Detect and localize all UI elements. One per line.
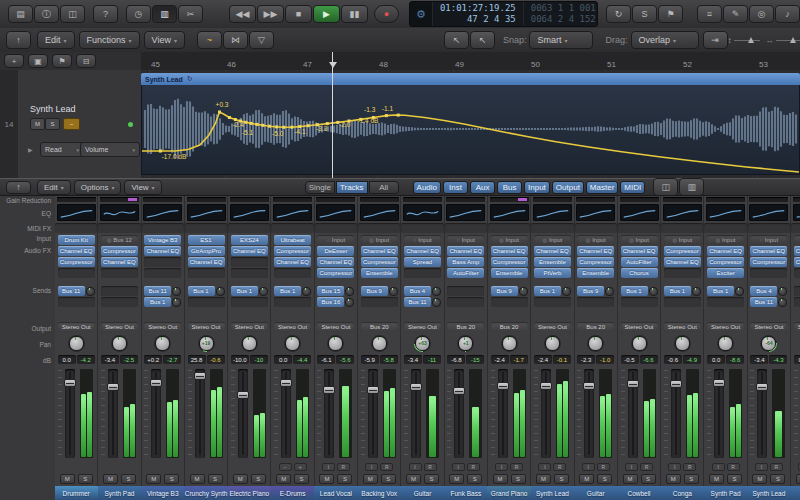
peak-value[interactable]: -1.0 (596, 355, 614, 364)
send-level-knob[interactable] (432, 298, 441, 307)
channel-name[interactable]: Synth Pad (98, 486, 141, 500)
audio-fx-slot[interactable]: Channel EQ (231, 246, 268, 256)
peak-value[interactable]: -0.6 (207, 355, 225, 364)
channel-name[interactable]: Synth Lead (531, 486, 574, 500)
region-body[interactable]: -17.0 dB+0.3-2.4-5.1-5.0-4.1-3.3-2.0-1.4… (141, 85, 800, 175)
input-slot[interactable]: ES1 (188, 235, 225, 245)
automation-node[interactable] (397, 114, 400, 117)
peak-value[interactable]: -6.6 (640, 355, 658, 364)
volume-value[interactable]: 25.8 (188, 355, 206, 364)
channel-solo-button[interactable]: S (424, 474, 439, 484)
midi-fx-slot[interactable] (704, 223, 746, 233)
track-header[interactable]: Synth Lead M S ~ ▶ Read▾ Volume▾ (18, 70, 142, 179)
input-slot[interactable]: ◎Bus 12 (101, 235, 138, 245)
channel-solo-button[interactable]: S (641, 474, 656, 484)
functions-menu[interactable]: Functions▾ (79, 31, 140, 49)
automation-node[interactable] (307, 124, 310, 127)
channel-mute-button[interactable]: M (406, 474, 421, 484)
eq-thumbnail[interactable] (403, 204, 442, 221)
audio-fx-slot[interactable]: Channel EQ (58, 246, 95, 256)
input-slot[interactable]: ◎Input (534, 235, 571, 245)
peak-value[interactable]: -8.6 (726, 355, 744, 364)
mixer-options-menu[interactable]: Options▾ (74, 180, 122, 195)
pan-knob[interactable] (111, 335, 128, 352)
send-slot[interactable]: Bus 1 (274, 286, 301, 296)
channel-name[interactable]: Funk Bass (444, 486, 487, 500)
media-browser-button[interactable]: ♪ (775, 5, 800, 23)
input-monitor-button[interactable]: I (322, 463, 335, 471)
output-slot[interactable]: Stereo Out (188, 322, 225, 332)
audio-fx-slot[interactable]: AutoFilter (447, 268, 484, 278)
audio-fx-slot[interactable]: Channel EQ (794, 246, 800, 256)
filter-midi[interactable]: MIDI (620, 181, 645, 194)
volume-fader[interactable] (628, 369, 638, 458)
channel-name[interactable]: Guitar (401, 486, 444, 500)
audio-fx-slot[interactable] (188, 268, 225, 278)
eq-thumbnail[interactable] (749, 204, 788, 221)
audio-fx-slot[interactable]: Compressor (361, 257, 398, 267)
channel-mute-button[interactable]: M (60, 474, 75, 484)
stop-button[interactable]: ■ (285, 5, 312, 23)
audio-fx-slot[interactable]: Channel EQ (664, 257, 701, 267)
cycle-button[interactable]: ↻ (606, 5, 631, 23)
input-slot[interactable]: ○Input (317, 235, 354, 245)
record-enable-button[interactable]: R (597, 463, 610, 471)
midi-fx-slot[interactable] (791, 223, 800, 233)
midi-fx-slot[interactable] (618, 223, 660, 233)
record-enable-led[interactable] (128, 122, 133, 127)
volume-value[interactable]: -0.5 (621, 355, 639, 364)
pan-knob[interactable] (68, 335, 85, 352)
send-slot[interactable]: Bus 9 (491, 286, 518, 296)
audio-fx-slot[interactable]: Compressor (750, 257, 787, 267)
view-all[interactable]: All (369, 181, 399, 194)
channel-mute-button[interactable]: M (103, 474, 118, 484)
audio-fx-slot[interactable]: Compressor (491, 257, 528, 267)
audio-fx-slot[interactable]: Ensemble (577, 268, 614, 278)
input-slot[interactable]: Ultrabeat (274, 235, 311, 245)
eq-thumbnail[interactable] (533, 204, 572, 221)
decrement-button[interactable]: − (279, 463, 292, 471)
send-slot-empty[interactable] (664, 297, 701, 307)
eq-thumbnail[interactable] (663, 204, 702, 221)
input-slot[interactable]: ○Input (404, 235, 441, 245)
volume-value[interactable]: -2.4 (491, 355, 509, 364)
region-header[interactable]: Synth Lead ↻ (141, 73, 800, 85)
filter-inst[interactable]: Inst (443, 181, 468, 194)
view-single[interactable]: Single (305, 181, 335, 194)
send-slot[interactable]: Bus 11 (404, 297, 431, 307)
channel-name[interactable]: E-Drums (271, 486, 314, 500)
wide-view-icon[interactable]: ▥ (679, 178, 704, 196)
channel-mute-button[interactable]: M (449, 474, 464, 484)
audio-fx-slot[interactable]: Channel EQ (188, 257, 225, 267)
send-level-knob[interactable] (778, 298, 787, 307)
command-click-tool[interactable]: ↖ (470, 31, 495, 49)
channel-mute-button[interactable]: M (796, 474, 800, 484)
peak-value[interactable]: -2.5 (120, 355, 138, 364)
audio-fx-slot[interactable]: Compressor (794, 257, 800, 267)
audio-fx-slot[interactable]: Compressor (317, 268, 354, 278)
input-slot[interactable]: ◎Input (707, 235, 744, 245)
peak-value[interactable]: -1.7 (510, 355, 528, 364)
channel-solo-button[interactable]: S (294, 474, 309, 484)
record-enable-button[interactable]: R (337, 463, 350, 471)
volume-value[interactable]: -2.3 (577, 355, 595, 364)
peak-value[interactable]: -4.2 (77, 355, 95, 364)
audio-fx-slot[interactable]: Bass Amp (447, 257, 484, 267)
filter-audio[interactable]: Audio (413, 181, 441, 194)
view-tracks[interactable]: Tracks (336, 181, 368, 194)
input-slot[interactable]: ◎Input (577, 235, 614, 245)
volume-value[interactable]: -6.8 (447, 355, 465, 364)
automation-node[interactable] (218, 111, 221, 114)
volume-value[interactable]: -10.0 (231, 355, 249, 364)
send-level-knob[interactable] (735, 287, 744, 296)
volume-fader[interactable] (238, 369, 248, 458)
input-monitor-button[interactable]: I (409, 463, 422, 471)
send-slot-empty[interactable] (101, 297, 138, 307)
mixer-view-menu[interactable]: View▾ (124, 180, 161, 195)
forward-button[interactable]: ▶▶ (257, 5, 284, 23)
record-enable-button[interactable]: R (770, 463, 783, 471)
volume-fader[interactable] (368, 369, 378, 458)
audio-fx-slot[interactable] (231, 257, 268, 267)
filter-input[interactable]: Input (524, 181, 550, 194)
audio-fx-slot[interactable]: DeEsser (317, 246, 354, 256)
